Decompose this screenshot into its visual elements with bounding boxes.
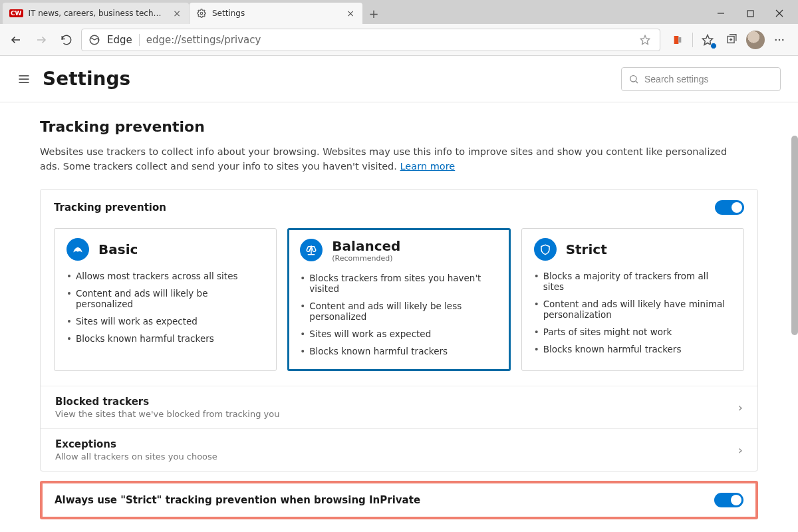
svg-line-22: [636, 81, 638, 83]
bullet: Sites will work as expected: [66, 313, 264, 330]
svg-point-16: [779, 39, 781, 41]
inprivate-strict-label: Always use "Strict" tracking prevention …: [55, 494, 714, 506]
svg-point-15: [775, 39, 777, 41]
tab-label: IT news, careers, business technology, r…: [29, 9, 166, 18]
tracking-prevention-card: Tracking prevention Basic: [40, 189, 758, 471]
toolbar: Edge edge://settings/privacy: [0, 24, 798, 56]
maximize-button[interactable]: [735, 3, 765, 24]
minimize-button[interactable]: [706, 3, 735, 24]
browser-window: CW IT news, careers, business technology…: [0, 0, 798, 532]
svg-point-21: [630, 75, 636, 81]
gear-icon: [196, 8, 207, 19]
exceptions-row[interactable]: Exceptions Allow all trackers on sites y…: [41, 428, 757, 471]
site-identity-icon[interactable]: [88, 34, 100, 46]
bullet: Parts of sites might not work: [534, 323, 732, 340]
bullet: Blocks known harmful trackers: [66, 330, 264, 347]
avatar: [746, 31, 765, 49]
bullet: Blocks known harmful trackers: [300, 342, 497, 360]
tab-strip: CW IT news, careers, business technology…: [0, 3, 706, 24]
close-icon[interactable]: ×: [345, 8, 356, 19]
svg-rect-9: [674, 36, 679, 44]
level-bullets: Blocks trackers from sites you haven't v…: [300, 269, 497, 360]
learn-more-link[interactable]: Learn more: [400, 161, 456, 172]
card-title: Tracking prevention: [54, 201, 715, 213]
divider: [139, 34, 140, 46]
subrow-desc: View the sites that we've blocked from t…: [55, 409, 738, 419]
address-bar[interactable]: Edge edge://settings/privacy: [81, 29, 660, 51]
bullet: Content and ads will likely be personali…: [66, 285, 264, 313]
tab-settings[interactable]: Settings ×: [190, 3, 362, 24]
settings-page: Settings Tracking prevention Websites us…: [0, 56, 798, 532]
favorite-star-icon[interactable]: [640, 35, 653, 45]
tab-it-news[interactable]: CW IT news, careers, business technology…: [3, 3, 189, 24]
tab-label: Settings: [212, 9, 340, 18]
toolbar-right-icons: [664, 31, 793, 49]
bullet: Content and ads will likely be less pers…: [300, 297, 497, 325]
level-strict[interactable]: Strict Blocks a majority of trackers fro…: [521, 228, 744, 371]
window-close-button[interactable]: [765, 3, 794, 24]
settings-header: Settings: [0, 56, 798, 102]
bullet: Blocks a majority of trackers from all s…: [534, 267, 732, 295]
section-title: Tracking prevention: [40, 118, 758, 135]
collections-icon[interactable]: [722, 31, 741, 49]
back-button[interactable]: [5, 29, 27, 51]
subrow-desc: Allow all trackers on sites you choose: [55, 452, 738, 462]
forward-button[interactable]: [31, 29, 52, 51]
page-title: Settings: [43, 68, 130, 90]
level-title: Balanced: [332, 238, 400, 254]
balanced-icon: [300, 239, 323, 261]
level-bullets: Blocks a majority of trackers from all s…: [534, 267, 732, 358]
favorites-icon[interactable]: [698, 31, 717, 49]
level-subtitle: (Recommended): [332, 254, 400, 263]
bullet: Sites will work as expected: [300, 325, 497, 342]
bullet: Blocks trackers from sites you haven't v…: [300, 269, 497, 297]
inprivate-strict-toggle[interactable]: [714, 493, 743, 507]
office-icon[interactable]: [668, 31, 687, 49]
site-name: Edge: [107, 34, 132, 46]
chevron-right-icon: ›: [738, 400, 743, 414]
strict-icon: [534, 238, 557, 261]
bullet: Allows most trackers across all sites: [66, 267, 264, 285]
blocked-trackers-row[interactable]: Blocked trackers View the sites that we'…: [41, 386, 757, 428]
subrow-title: Exceptions: [55, 438, 738, 450]
refresh-button[interactable]: [56, 29, 77, 51]
titlebar: CW IT news, careers, business technology…: [0, 0, 798, 24]
hamburger-icon[interactable]: [17, 72, 31, 86]
chevron-right-icon: ›: [738, 443, 743, 457]
level-basic[interactable]: Basic Allows most trackers across all si…: [54, 228, 277, 371]
new-tab-button[interactable]: +: [363, 3, 384, 24]
search-settings-box[interactable]: [621, 67, 781, 91]
bullet: Content and ads will likely have minimal…: [534, 295, 732, 323]
svg-marker-8: [640, 35, 649, 44]
bullet: Blocks known harmful trackers: [534, 340, 732, 358]
svg-rect-2: [747, 11, 753, 17]
window-controls: [706, 3, 798, 24]
search-icon: [628, 74, 639, 84]
tracking-levels: Basic Allows most trackers across all si…: [41, 225, 757, 386]
level-title: Strict: [566, 241, 607, 257]
card-header: Tracking prevention: [41, 190, 757, 225]
subrow-title: Blocked trackers: [55, 396, 738, 408]
url-text: edge://settings/privacy: [146, 34, 633, 46]
svg-rect-10: [678, 37, 681, 43]
section-description: Websites use trackers to collect info ab…: [40, 144, 732, 174]
search-settings-input[interactable]: [644, 74, 773, 84]
level-balanced[interactable]: Balanced (Recommended) Blocks trackers f…: [287, 228, 510, 371]
more-menu-button[interactable]: [770, 31, 789, 49]
close-icon[interactable]: ×: [172, 8, 182, 19]
scrollbar-thumb[interactable]: [791, 136, 798, 335]
tracking-prevention-toggle[interactable]: [715, 200, 744, 215]
level-title: Basic: [98, 241, 138, 257]
profile-button[interactable]: [746, 31, 765, 49]
basic-icon: [66, 238, 89, 261]
svg-point-0: [200, 12, 203, 15]
svg-point-17: [782, 39, 784, 41]
separator: [692, 33, 693, 47]
inprivate-strict-row: Always use "Strict" tracking prevention …: [40, 481, 758, 519]
cw-favicon-icon: CW: [9, 8, 23, 19]
level-bullets: Allows most trackers across all sites Co…: [66, 267, 264, 347]
settings-body: Tracking prevention Websites use tracker…: [0, 102, 798, 532]
